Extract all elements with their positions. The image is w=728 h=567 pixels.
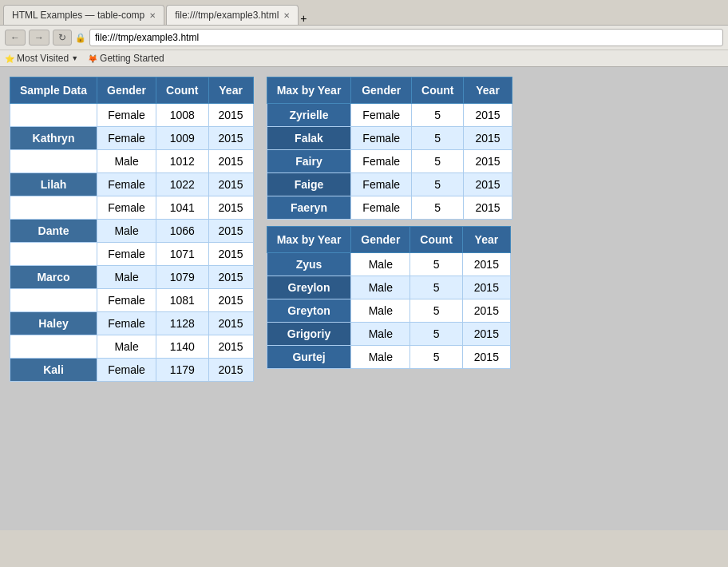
left-table-cell: 2015 xyxy=(208,150,253,173)
bot-right-table-cell: 2015 xyxy=(462,323,510,346)
left-table-cell: Haley xyxy=(10,312,97,335)
left-table-cell: 2015 xyxy=(208,220,253,243)
left-table-cell: 2015 xyxy=(208,312,253,335)
left-table-cell: Diana xyxy=(10,289,97,312)
table-row: GurtejMale52015 xyxy=(267,346,510,369)
left-table-cell: Fatima xyxy=(10,196,97,220)
left-table-cell: 1128 xyxy=(156,312,208,335)
bot-right-table-cell: Male xyxy=(351,323,410,346)
table-row: MarcoMale10792015 xyxy=(10,266,254,289)
tab-label: file:///tmp/example3.html xyxy=(175,10,279,21)
top-right-table-cell: Fairy xyxy=(267,150,351,173)
bottom-right-table: Max by Year Gender Count Year ZyusMale52… xyxy=(267,226,511,369)
bot-right-table-cell: 2015 xyxy=(462,299,510,323)
table-row: DanteMale10662015 xyxy=(10,220,254,243)
bot-right-table-cell: 5 xyxy=(410,299,462,323)
bot-right-table-cell: 5 xyxy=(410,346,462,369)
left-table-cell: 1140 xyxy=(156,335,208,359)
table-row: GrigoriyMale52015 xyxy=(267,323,510,346)
left-table-cell: 1071 xyxy=(156,243,208,266)
left-table-cell: Female xyxy=(97,359,156,382)
left-table-container: Sample Data Gender Count Year PaisleeFem… xyxy=(10,77,254,382)
left-table-cell: 2015 xyxy=(208,173,253,196)
table-row: FaigeFemale52015 xyxy=(267,173,512,196)
top-right-table-cell: 5 xyxy=(412,127,464,150)
table-row: ErikMale10122015 xyxy=(10,150,254,173)
browser-chrome: HTML Examples — table-comp ✕ file:///tmp… xyxy=(0,0,728,67)
left-table-cell: Male xyxy=(97,335,156,359)
left-table-cell: 1041 xyxy=(156,196,208,220)
left-table-cell: 2015 xyxy=(208,359,253,382)
left-table-cell: 1012 xyxy=(156,150,208,173)
table-row: GreytonMale52015 xyxy=(267,299,510,323)
table-row: JohnnyMale11402015 xyxy=(10,335,254,359)
left-table-cell: Johnny xyxy=(10,335,97,359)
bot-right-table-cell: 5 xyxy=(410,323,462,346)
left-table-cell: 2015 xyxy=(208,104,253,127)
top-right-table-cell: 5 xyxy=(412,104,464,127)
close-tab-icon[interactable]: ✕ xyxy=(283,11,290,20)
bookmark-label: Getting Started xyxy=(100,53,164,64)
left-table-cell: 1081 xyxy=(156,289,208,312)
bookmark-most-visited[interactable]: ⭐ Most Visited ▼ xyxy=(5,53,78,64)
top-right-table-container: Max by Year Gender Count Year ZyrielleFe… xyxy=(267,77,512,220)
new-tab-button[interactable]: + xyxy=(300,12,307,25)
left-table-cell: Marco xyxy=(10,266,97,289)
left-table-cell: 2015 xyxy=(208,196,253,220)
left-table-cell: 1079 xyxy=(156,266,208,289)
getting-started-icon: 🦊 xyxy=(88,54,97,63)
left-table-cell: Lilah xyxy=(10,173,97,196)
left-table-cell: Female xyxy=(97,104,156,127)
top-right-table-cell: 2015 xyxy=(464,104,512,127)
bot-right-table-cell: Gurtej xyxy=(267,346,351,369)
left-table-cell: Male xyxy=(97,266,156,289)
top-right-table-cell: Female xyxy=(351,173,412,196)
bottom-right-table-container: Max by Year Gender Count Year ZyusMale52… xyxy=(267,226,512,369)
left-table-cell: 1022 xyxy=(156,173,208,196)
top-right-table: Max by Year Gender Count Year ZyrielleFe… xyxy=(267,77,512,220)
top-right-table-cell: 5 xyxy=(412,196,464,220)
bookmark-getting-started[interactable]: 🦊 Getting Started xyxy=(88,53,164,64)
table-row: FalakFemale52015 xyxy=(267,127,512,150)
bot-right-table-cell: 2015 xyxy=(462,276,510,299)
tab-example3[interactable]: file:///tmp/example3.html ✕ xyxy=(166,5,299,25)
left-table-cell: Female xyxy=(97,289,156,312)
back-button[interactable]: ← xyxy=(5,30,26,46)
left-table-cell: Dante xyxy=(10,220,97,243)
left-table-cell: Female xyxy=(97,173,156,196)
left-table-cell: Female xyxy=(97,243,156,266)
bot-col-header-count: Count xyxy=(410,227,462,253)
top-right-table-cell: Faeryn xyxy=(267,196,351,220)
left-table-cell: Female xyxy=(97,127,156,150)
top-right-table-cell: Female xyxy=(351,127,412,150)
table-row: KathrynFemale10092015 xyxy=(10,127,254,150)
left-table-cell: Kali xyxy=(10,359,97,382)
top-right-table-cell: 5 xyxy=(412,150,464,173)
table-row: DianaFemale10812015 xyxy=(10,289,254,312)
left-table-cell: 1009 xyxy=(156,127,208,150)
bot-right-table-cell: Male xyxy=(351,253,410,276)
table-row: HaleyFemale11282015 xyxy=(10,312,254,335)
table-row: FairyFemale52015 xyxy=(267,150,512,173)
left-table-cell: Paislee xyxy=(10,104,97,127)
url-input[interactable] xyxy=(89,29,723,46)
bot-right-table-cell: Male xyxy=(351,276,410,299)
left-table-cell: 2015 xyxy=(208,243,253,266)
top-right-table-cell: Female xyxy=(351,150,412,173)
top-col-header-year: Year xyxy=(464,77,512,104)
close-tab-icon[interactable]: ✕ xyxy=(149,11,156,20)
col-header-count: Count xyxy=(156,77,208,104)
left-table-cell: 2015 xyxy=(208,127,253,150)
reload-button[interactable]: ↻ xyxy=(53,30,72,46)
table-row: ShelbyFemale10712015 xyxy=(10,243,254,266)
table-row: ZyusMale52015 xyxy=(267,253,510,276)
address-bar: ← → ↻ 🔒 xyxy=(0,25,728,50)
left-table-cell: 2015 xyxy=(208,335,253,359)
top-right-table-cell: 2015 xyxy=(464,150,512,173)
bot-right-table-cell: 5 xyxy=(410,276,462,299)
lock-icon: 🔒 xyxy=(75,33,86,43)
left-table-cell: Male xyxy=(97,220,156,243)
tab-html-examples[interactable]: HTML Examples — table-comp ✕ xyxy=(3,5,164,25)
forward-button[interactable]: → xyxy=(29,30,49,46)
left-table-cell: Erik xyxy=(10,150,97,173)
